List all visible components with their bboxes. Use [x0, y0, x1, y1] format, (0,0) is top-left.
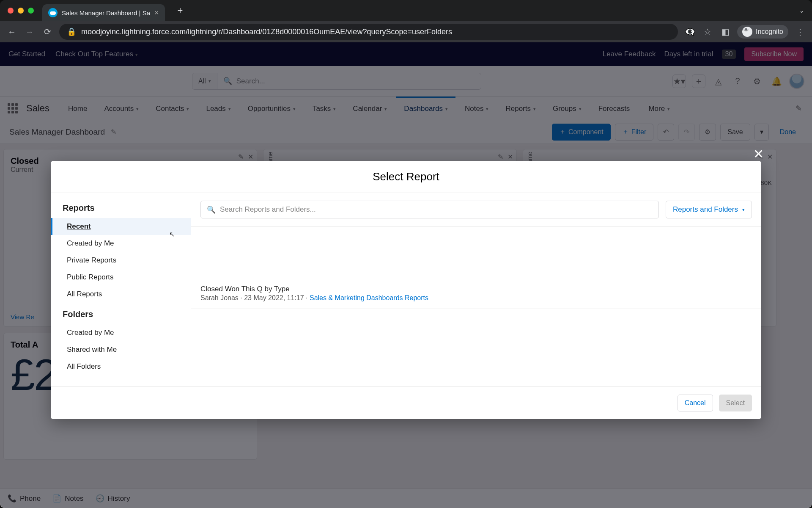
modal-title: Select Report	[51, 161, 761, 193]
close-modal-icon[interactable]: ✕	[753, 146, 764, 161]
browser-tab[interactable]: Sales Manager Dashboard | Sa ×	[42, 4, 165, 21]
report-list: Closed Won This Q by Type Sarah Jonas · …	[191, 226, 761, 387]
modal-sidebar: Reports Recent Created by Me Private Rep…	[51, 193, 191, 387]
tab-title: Sales Manager Dashboard | Sa	[62, 9, 150, 17]
sidebar-item-folders-created[interactable]: Created by Me	[51, 324, 191, 341]
sidebar-heading-reports: Reports	[51, 201, 191, 218]
maximize-window-icon[interactable]	[28, 8, 34, 14]
sidebar-item-all-folders[interactable]: All Folders	[51, 358, 191, 375]
report-row[interactable]: Closed Won This Q by Type Sarah Jonas · …	[191, 277, 761, 309]
browser-toolbar: ← → ⟳ 🔒 moodjoyinc.lightning.force.com/l…	[0, 21, 812, 42]
report-folder-link[interactable]: Sales & Marketing Dashboards Reports	[310, 294, 428, 301]
traffic-lights	[8, 8, 34, 14]
chevron-down-icon: ▾	[742, 207, 745, 213]
bookmark-icon[interactable]: ☆	[702, 26, 713, 38]
sidebar-item-all-reports[interactable]: All Reports	[51, 286, 191, 303]
url-text: moodjoyinc.lightning.force.com/lightning…	[81, 28, 452, 36]
address-bar[interactable]: 🔒 moodjoyinc.lightning.force.com/lightni…	[59, 24, 678, 40]
cancel-button[interactable]: Cancel	[678, 395, 713, 411]
panel-icon[interactable]: ◧	[719, 26, 731, 38]
modal-overlay: ✕ Select Report Reports Recent Created b…	[0, 42, 812, 508]
incognito-icon	[742, 27, 752, 37]
report-meta: Sarah Jonas · 23 May 2022, 11:17 · Sales…	[200, 294, 752, 302]
report-title: Closed Won This Q by Type	[200, 285, 752, 293]
sidebar-item-public-reports[interactable]: Public Reports	[51, 269, 191, 286]
lock-icon: 🔒	[67, 27, 76, 36]
tracking-icon[interactable]: 👁‍🗨	[684, 26, 696, 38]
type-filter-dropdown[interactable]: Reports and Folders ▾	[666, 201, 752, 218]
sidebar-heading-folders: Folders	[51, 307, 191, 324]
back-button[interactable]: ←	[6, 26, 18, 38]
sidebar-item-recent[interactable]: Recent	[51, 218, 191, 235]
sidebar-item-folders-shared[interactable]: Shared with Me	[51, 341, 191, 358]
sidebar-item-created-by-me[interactable]: Created by Me	[51, 235, 191, 252]
new-tab-button[interactable]: +	[178, 5, 183, 16]
report-search-input[interactable]: 🔍 Search Reports and Folders...	[200, 201, 659, 218]
search-icon: 🔍	[207, 205, 216, 214]
minimize-window-icon[interactable]	[18, 8, 24, 14]
tabs-dropdown-icon[interactable]: ⌄	[799, 7, 804, 14]
incognito-chip[interactable]: Incognito	[737, 25, 788, 39]
select-button[interactable]: Select	[719, 395, 752, 411]
select-report-modal: ✕ Select Report Reports Recent Created b…	[51, 161, 761, 419]
modal-main: 🔍 Search Reports and Folders... Reports …	[191, 193, 761, 387]
incognito-label: Incognito	[756, 28, 783, 36]
search-placeholder: Search Reports and Folders...	[220, 205, 316, 214]
sidebar-item-private-reports[interactable]: Private Reports	[51, 252, 191, 269]
window-titlebar: Sales Manager Dashboard | Sa × + ⌄	[0, 0, 812, 21]
forward-button[interactable]: →	[24, 26, 36, 38]
modal-footer: Cancel Select	[51, 387, 761, 419]
close-tab-icon[interactable]: ×	[154, 8, 159, 17]
close-window-icon[interactable]	[8, 8, 14, 14]
reload-button[interactable]: ⟳	[41, 26, 53, 38]
browser-menu-icon[interactable]: ⋮	[794, 26, 806, 38]
salesforce-icon	[48, 8, 58, 17]
